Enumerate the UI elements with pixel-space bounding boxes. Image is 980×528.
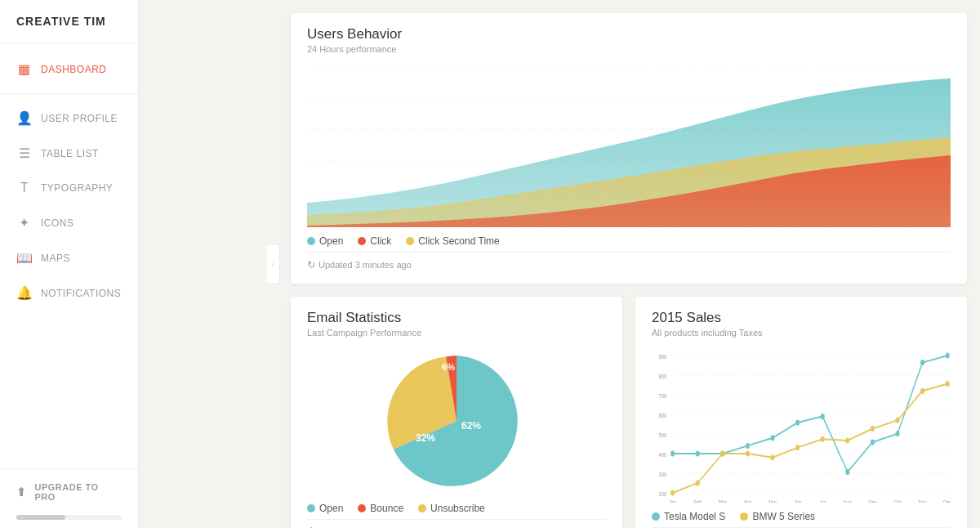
svg-point-52 [696, 480, 700, 485]
area-chart-legend: Open Click Click Second Time [307, 235, 951, 247]
main-content: Users Behavior 24 Hours performance [278, 0, 980, 528]
sidebar: CREATIVE TIM ▦ DASHBOARD 👤 USER PROFILE … [0, 0, 139, 528]
svg-text:600: 600 [659, 412, 667, 418]
svg-text:Jun: Jun [794, 499, 802, 503]
email-stats-subtitle: Last Campaign Performance [307, 328, 606, 338]
legend-tesla-dot [652, 512, 660, 521]
legend-email-open-dot [307, 504, 315, 512]
legend-bmw: BMW 5 Series [740, 511, 815, 522]
svg-point-59 [871, 426, 875, 432]
svg-text:Aug: Aug [844, 499, 852, 503]
sidebar-icon-user-profile: 👤 [16, 110, 33, 126]
sidebar-label-notifications: NOTIFICATIONS [41, 288, 121, 299]
svg-point-60 [895, 418, 899, 423]
svg-point-44 [795, 420, 800, 426]
legend-email-bounce-dot [358, 504, 366, 512]
svg-point-50 [946, 353, 950, 359]
line-chart: 900 800 700 600 500 400 300 200 [652, 347, 951, 503]
scrollbar-thumb[interactable] [16, 515, 65, 520]
email-statistics-card: Email Statistics Last Campaign Performan… [291, 297, 622, 528]
svg-text:Feb: Feb [693, 499, 702, 503]
sidebar-nav: ▦ DASHBOARD 👤 USER PROFILE ☰ TABLE LIST … [0, 43, 138, 468]
sidebar-item-maps[interactable]: 📖 MAPS [0, 240, 138, 275]
legend-email-unsub-dot [418, 504, 426, 512]
area-chart-footer: ↻ Updated 3 minutes ago [307, 252, 951, 271]
svg-text:62%: 62% [461, 420, 481, 432]
users-behavior-card: Users Behavior 24 Hours performance [291, 13, 967, 284]
svg-point-40 [696, 451, 700, 457]
pie-legend: Open Bounce Unsubscribe [307, 503, 606, 514]
sidebar-item-table-list[interactable]: ☰ TABLE LIST [0, 136, 138, 171]
refresh-icon: ↻ [307, 259, 315, 271]
svg-text:700: 700 [659, 392, 667, 399]
svg-text:Oct: Oct [893, 499, 901, 503]
svg-text:300: 300 [659, 471, 667, 477]
svg-text:Apr: Apr [744, 499, 752, 503]
sidebar-label-maps: MAPS [41, 253, 70, 264]
sidebar-icon-table-list: ☰ [16, 145, 33, 161]
svg-point-61 [920, 388, 924, 394]
svg-text:6%: 6% [442, 362, 455, 372]
svg-text:32%: 32% [416, 432, 435, 444]
svg-point-51 [670, 490, 675, 496]
svg-text:Nov: Nov [918, 499, 927, 503]
svg-point-39 [670, 451, 675, 457]
sidebar-item-typography[interactable]: T TYPOGRAPHY [0, 171, 138, 205]
legend-click-dot [358, 237, 366, 245]
sidebar-icon-icons: ✦ [16, 215, 33, 230]
sidebar-label-table-list: TABLE LIST [41, 148, 99, 159]
svg-point-56 [795, 445, 800, 450]
sidebar-item-notifications[interactable]: 🔔 NOTIFICATIONS [0, 275, 138, 311]
svg-point-48 [895, 431, 899, 436]
sidebar-item-icons[interactable]: ✦ ICONS [0, 205, 138, 240]
svg-text:Mai: Mai [768, 499, 777, 503]
svg-text:400: 400 [659, 451, 667, 458]
svg-point-45 [821, 414, 825, 419]
sidebar-icon-notifications: 🔔 [16, 285, 33, 301]
sales-title: 2015 Sales [652, 310, 951, 326]
legend-click-second: Click Second Time [406, 235, 499, 247]
legend-bmw-dot [740, 512, 748, 521]
svg-point-58 [845, 437, 849, 443]
sidebar-collapse-button[interactable]: ‹ [267, 244, 280, 284]
sidebar-icon-maps: 📖 [16, 250, 33, 266]
legend-tesla: Tesla Model S [652, 511, 725, 522]
pie-chart: 62% 32% 6% [307, 347, 606, 494]
users-behavior-subtitle: 24 Hours performance [307, 44, 951, 54]
sidebar-logo: CREATIVE TIM [0, 0, 138, 43]
svg-text:Jan: Jan [669, 499, 677, 503]
svg-point-55 [770, 454, 774, 460]
sidebar-scrollbar [16, 515, 122, 520]
email-stats-footer: ⏱ Campaign sent 2 days ago [307, 519, 606, 528]
sales-subtitle: All products including Taxes [652, 328, 951, 338]
sidebar-icon-dashboard: ▦ [16, 61, 33, 77]
legend-click: Click [358, 235, 391, 247]
svg-text:800: 800 [659, 373, 667, 379]
svg-point-43 [770, 435, 774, 441]
svg-point-57 [821, 436, 825, 442]
legend-open-dot [307, 237, 315, 245]
svg-point-46 [845, 469, 849, 475]
svg-text:Dec: Dec [943, 499, 951, 503]
svg-point-54 [746, 451, 750, 457]
area-chart: 1000 800 600 400 200 0 9:00AM 12:00AM 3:… [307, 64, 951, 227]
legend-click2-dot [406, 237, 414, 245]
legend-email-unsub: Unsubscribe [418, 503, 485, 514]
svg-point-53 [720, 451, 724, 457]
sidebar-item-user-profile[interactable]: 👤 USER PROFILE [0, 101, 138, 136]
sidebar-icon-typography: T [16, 181, 33, 195]
sidebar-label-typography: TYPOGRAPHY [41, 182, 113, 194]
sidebar-label-dashboard: DASHBOARD [41, 64, 107, 75]
svg-text:Mar: Mar [719, 499, 728, 503]
upgrade-to-pro-button[interactable]: ⬆ UPGRADE TO PRO [0, 468, 138, 515]
svg-text:Jul: Jul [819, 499, 826, 503]
line-chart-legend: Tesla Model S BMW 5 Series [652, 511, 951, 522]
bottom-charts-row: Email Statistics Last Campaign Performan… [291, 297, 967, 528]
sidebar-item-dashboard[interactable]: ▦ DASHBOARD [0, 51, 138, 87]
svg-text:Sep: Sep [868, 499, 876, 503]
svg-point-47 [871, 440, 875, 445]
legend-email-bounce: Bounce [358, 503, 403, 514]
svg-text:200: 200 [659, 490, 667, 497]
legend-open: Open [307, 235, 343, 247]
svg-point-62 [946, 381, 950, 387]
